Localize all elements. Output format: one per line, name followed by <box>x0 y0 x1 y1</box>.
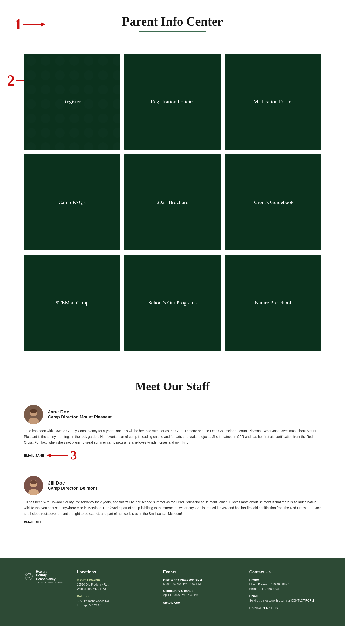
footer-event-1-date: March 29, 6:00 PM - 8:00 PM <box>163 582 235 586</box>
staff-header-jane: Jane Doe Camp Director, Mount Pleasant <box>24 405 321 424</box>
avatar-jill <box>24 476 43 495</box>
org-tagline: connecting people to nature <box>36 581 62 583</box>
staff-bio-jane: Jane has been with Howard County Conserv… <box>24 428 321 445</box>
step-1-arrow-icon <box>23 21 45 28</box>
footer-event-2-date: April 17, 3:00 PM - 5:30 PM <box>163 593 235 596</box>
avatar-jane <box>24 405 43 424</box>
footer-email-text: Send us a message through our CONTACT FO… <box>249 598 321 603</box>
grid-item-reg-policies[interactable]: Registration Policies <box>124 54 220 150</box>
svg-marker-10 <box>47 454 51 457</box>
staff-section: Meet Our Staff <box>0 365 345 558</box>
footer-contact-title: Contact Us <box>249 570 321 574</box>
footer-locations-title: Locations <box>77 570 149 574</box>
footer-inner: HowardCountyConservancy connecting peopl… <box>24 570 321 614</box>
svg-point-8 <box>30 409 37 413</box>
step-2-number: 2 <box>7 73 15 88</box>
hcc-logo-icon <box>24 570 33 580</box>
email-area-jane: EMAIL JANE 3 <box>24 449 321 462</box>
grid-item-schools-out[interactable]: School's Out Programs <box>124 255 220 351</box>
avatar-circle-jane <box>24 405 43 424</box>
staff-member-jane: Jane Doe Camp Director, Mount Pleasant J… <box>24 405 321 462</box>
org-name: HowardCountyConservancy <box>36 570 62 581</box>
step-3-number: 3 <box>71 449 77 462</box>
grid-item-stem[interactable]: STEM at Camp <box>24 255 120 351</box>
staff-role-jane: Camp Director, Mount Pleasant <box>48 415 112 420</box>
email-area-jill: EMAIL JILL <box>24 520 321 524</box>
step-1-number: 1 <box>14 17 22 32</box>
grid-section: 2 Register Registration Policies Medicat… <box>0 54 345 365</box>
step-1-indicator: 1 <box>14 17 45 32</box>
email-jane-link[interactable]: EMAIL JANE <box>24 454 44 457</box>
footer-loc-2-name: Belmont <box>77 594 149 598</box>
footer-events: Events Hike to the Patapsco River March … <box>163 570 235 606</box>
staff-header-jill: Jill Doe Camp Director, Belmont <box>24 476 321 495</box>
footer-view-more-link[interactable]: VIEW MORE <box>163 602 180 605</box>
staff-name-jill: Jill Doe <box>48 480 97 486</box>
footer-loc-1-addr: 10520 Old Frederick Rd., Woodstock, MD 2… <box>77 582 149 591</box>
footer: HowardCountyConservancy connecting peopl… <box>0 558 345 626</box>
staff-info-jill: Jill Doe Camp Director, Belmont <box>48 480 97 491</box>
footer-loc-2-addr: 6553 Belmont Woods Rd. Elkridge, MD 2107… <box>77 599 149 608</box>
staff-info-jane: Jane Doe Camp Director, Mount Pleasant <box>48 409 112 420</box>
footer-email-list-link[interactable]: EMAIL LIST <box>264 606 280 610</box>
step-3-arrow-icon <box>47 452 68 458</box>
grid-item-register[interactable]: Register <box>24 54 120 150</box>
footer-email-list: Or Join our EMAIL LIST <box>249 606 321 610</box>
grid-item-faq[interactable]: Camp FAQ's <box>24 154 120 250</box>
grid-container: Register Registration Policies Medicatio… <box>24 54 321 351</box>
footer-logo-text: HowardCountyConservancy connecting peopl… <box>36 570 62 583</box>
footer-contact-form-link[interactable]: CONTACT FORM <box>291 599 314 602</box>
footer-phone-values: Mount Pleasant: 410-465-8877 Belmont: 41… <box>249 582 321 591</box>
footer-logo: HowardCountyConservancy connecting peopl… <box>24 570 62 583</box>
grid-item-guidebook[interactable]: Parent's Guidebook <box>225 154 321 250</box>
page-title: Parent Info Center <box>19 14 326 28</box>
footer-event-2-name: Community Cleanup <box>163 589 235 592</box>
footer-contact: Contact Us Phone Mount Pleasant: 410-465… <box>249 570 321 614</box>
svg-point-15 <box>30 480 37 484</box>
avatar-circle-jill <box>24 476 43 495</box>
footer-email-label: Email <box>249 594 321 598</box>
footer-event-1-name: Hike to the Patapsco River <box>163 578 235 582</box>
footer-phone-label: Phone <box>249 578 321 582</box>
footer-locations: Locations Mount Pleasant 10520 Old Frede… <box>77 570 149 611</box>
staff-member-jill: Jill Doe Camp Director, Belmont Jill has… <box>24 476 321 524</box>
title-underline <box>139 31 206 32</box>
staff-role-jill: Camp Director, Belmont <box>48 486 97 491</box>
staff-section-title: Meet Our Staff <box>24 380 321 393</box>
staff-name-jane: Jane Doe <box>48 409 112 415</box>
footer-events-title: Events <box>163 570 235 574</box>
svg-marker-1 <box>41 22 45 27</box>
staff-bio-jill: Jill has been with Howard County Conserv… <box>24 500 321 516</box>
grid-item-brochure[interactable]: 2021 Brochure <box>124 154 220 250</box>
footer-loc-1-name: Mount Pleasant <box>77 578 149 582</box>
email-jill-link[interactable]: EMAIL JILL <box>24 520 42 524</box>
grid-item-nature[interactable]: Nature Preschool <box>225 255 321 351</box>
header-section: 1 Parent Info Center <box>0 0 345 54</box>
grid-item-med-forms[interactable]: Medication Forms <box>225 54 321 150</box>
